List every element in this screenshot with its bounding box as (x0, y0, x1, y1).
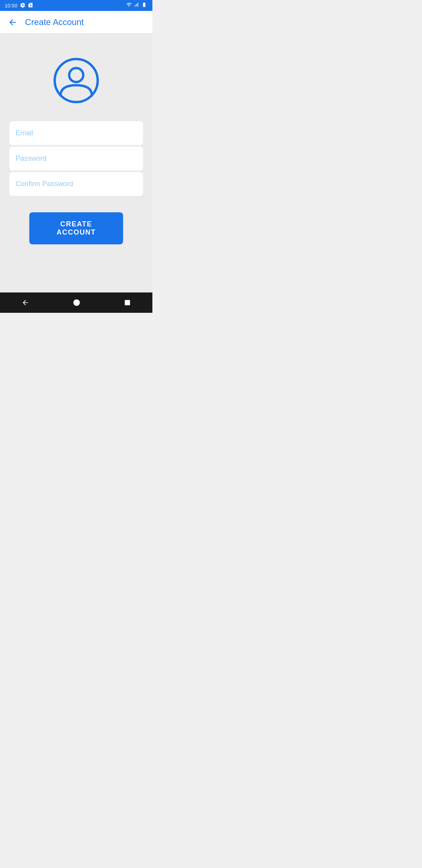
app-bar: Create Account (0, 11, 152, 34)
nav-home-button[interactable] (70, 296, 84, 310)
email-field-wrapper (9, 121, 143, 145)
svg-point-1 (69, 68, 83, 82)
navigation-bar (0, 292, 152, 313)
password-input[interactable] (9, 147, 143, 170)
battery-icon (141, 2, 148, 9)
user-avatar-icon (53, 57, 100, 104)
time-display: 10:50 (5, 3, 18, 9)
svg-point-2 (73, 299, 80, 306)
email-input[interactable] (9, 121, 143, 145)
confirm-password-field-wrapper (9, 172, 143, 196)
svg-rect-3 (125, 300, 130, 305)
status-right (126, 2, 148, 9)
page-title: Create Account (25, 17, 84, 27)
nav-recents-button[interactable] (121, 296, 134, 309)
back-button[interactable] (6, 16, 19, 29)
form-fields (9, 121, 143, 197)
nav-back-button[interactable] (18, 296, 32, 310)
settings-icon (20, 2, 25, 9)
avatar-icon-container (53, 57, 100, 106)
content-area: CREATE ACCOUNT (0, 34, 152, 292)
sim-icon (28, 2, 33, 9)
password-field-wrapper (9, 147, 143, 170)
status-left: 10:50 (5, 2, 33, 9)
create-account-button[interactable]: CREATE ACCOUNT (29, 212, 123, 244)
confirm-password-input[interactable] (9, 172, 143, 196)
status-bar: 10:50 (0, 0, 152, 11)
wifi-icon (126, 2, 132, 9)
signal-icon (134, 2, 139, 9)
